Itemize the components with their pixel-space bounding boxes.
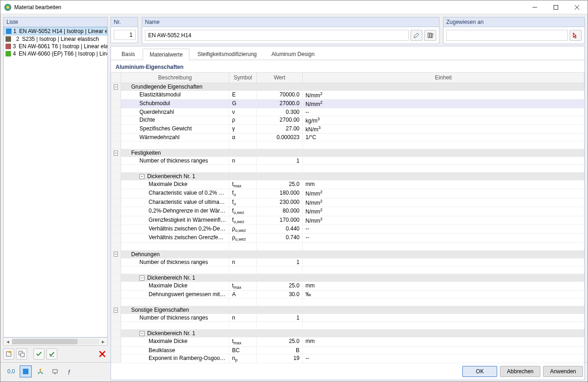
app-icon	[4, 4, 11, 11]
collapse-icon[interactable]: −	[139, 174, 144, 179]
material-list[interactable]: 1EN AW-5052 H14 | Isotrop | Linear ela2S…	[3, 27, 108, 337]
prop-value[interactable]: 30.0	[257, 291, 303, 298]
data-row[interactable]: Exponent in Ramberg-Osgood-Aus...np19--	[111, 354, 584, 363]
data-row[interactable]: Spezifisches Gewichtγ27.00kN/m3	[111, 125, 584, 134]
delete-button[interactable]	[97, 348, 108, 360]
new-item-button[interactable]: ★	[3, 348, 14, 360]
ok-button[interactable]: OK	[462, 366, 497, 377]
prop-value[interactable]: 0.740	[257, 234, 303, 242]
prop-value[interactable]: 27000.0	[257, 100, 303, 108]
data-row[interactable]: Maximale Dicketmax25.0mm	[111, 282, 584, 291]
data-row[interactable]: Maximale Dicketmax25.0mm	[111, 337, 584, 346]
mode-units-button[interactable]: 0,00	[5, 365, 17, 377]
spacer-row	[111, 298, 584, 306]
tab-basis[interactable]: Basis	[115, 48, 142, 60]
prop-value[interactable]: 80.000	[257, 207, 303, 215]
collapse-icon[interactable]: −	[139, 275, 144, 281]
tab-aluminum-design[interactable]: Aluminum Design	[265, 48, 322, 60]
list-header: Liste	[3, 17, 108, 27]
prop-unit: N/mm2	[303, 207, 584, 215]
cancel-button[interactable]: Abbrechen	[500, 366, 540, 377]
prop-value[interactable]: 70000.0	[257, 91, 303, 99]
prop-value[interactable]: 0.440	[257, 225, 303, 233]
prop-value[interactable]: 230.000	[257, 198, 303, 207]
prop-desc: Number of thickness ranges	[121, 258, 229, 266]
data-row[interactable]: Maximale Dicketmax25.0mm	[111, 180, 584, 189]
prop-symbol: E	[229, 91, 257, 99]
data-row[interactable]: Querdehnzahlν0.300--	[111, 108, 584, 116]
tab-materialwerte[interactable]: Materialwerte	[143, 49, 189, 60]
edit-name-button[interactable]	[410, 30, 422, 41]
tab-steifigkeitsmodifizierung[interactable]: Steifigkeitsmodifizierung	[190, 48, 263, 60]
scroll-right-icon[interactable]: ▸	[99, 338, 107, 345]
collapse-icon[interactable]: −	[139, 331, 144, 336]
data-row[interactable]: Verhältnis zwischen 0,2%-Dehngren...ρo,w…	[111, 225, 584, 234]
prop-value[interactable]: 25.0	[257, 180, 303, 189]
prop-value[interactable]: 25.0	[257, 337, 303, 346]
list-item[interactable]: 3EN AW-6061 T6 | Isotrop | Linear elast	[4, 43, 107, 50]
prop-symbol: γ	[229, 125, 257, 133]
prop-value[interactable]: 19	[257, 354, 303, 363]
color-swatch	[6, 36, 11, 42]
prop-value[interactable]: 0.300	[257, 108, 303, 116]
collapse-icon[interactable]: −	[114, 84, 118, 90]
minimize-button[interactable]	[524, 0, 545, 14]
prop-symbol: n	[229, 258, 257, 266]
collapse-icon[interactable]: −	[114, 308, 118, 313]
prop-value[interactable]: 1	[257, 157, 303, 164]
prop-value[interactable]: 0.000023	[257, 134, 303, 141]
prop-value[interactable]: 170.000	[257, 216, 303, 225]
data-row[interactable]: 0,2%-Dehngrenze in der Wärmeeinf...fo,we…	[111, 207, 584, 216]
check-button-1[interactable]	[33, 348, 44, 360]
assign-input[interactable]	[446, 30, 568, 41]
prop-unit: --	[303, 108, 584, 116]
data-row[interactable]: Characteristic value of ultimate stre...…	[111, 198, 584, 207]
list-scrollbar[interactable]: ◂ ▸	[3, 337, 108, 346]
prop-value[interactable]: B	[257, 347, 303, 354]
group-label: Dehnungen	[121, 251, 584, 258]
group-label: −Dickenbereich Nr. 1	[121, 274, 584, 281]
prop-desc: Characteristic value of 0.2% proof st...	[121, 189, 229, 197]
data-row[interactable]: Number of thickness rangesn1	[111, 157, 584, 165]
copy-item-button[interactable]	[16, 348, 27, 360]
mode-function-button[interactable]: ƒ	[64, 365, 76, 377]
list-item[interactable]: 2S235 | Isotrop | Linear elastisch	[4, 35, 107, 43]
name-input[interactable]	[145, 30, 409, 41]
prop-unit: kN/m3	[303, 125, 584, 133]
nr-input[interactable]	[114, 30, 136, 40]
list-item[interactable]: 1EN AW-5052 H14 | Isotrop | Linear ela	[4, 27, 107, 35]
mode-display-button[interactable]	[49, 365, 61, 377]
data-row[interactable]: Verhältnis zwischen Grenzfestigkeit...ρu…	[111, 234, 584, 242]
prop-desc: Schubmodul	[121, 100, 229, 108]
library-button[interactable]	[424, 30, 436, 41]
scroll-left-icon[interactable]: ◂	[4, 338, 12, 345]
properties-grid[interactable]: Beschreibung Symbol Wert Einheit −Grundl…	[111, 72, 584, 363]
close-button[interactable]	[566, 0, 588, 14]
collapse-icon[interactable]: −	[114, 151, 118, 156]
list-item[interactable]: 4EN AW-6060 (EP) T66 | Isotrop | Linear	[4, 50, 107, 57]
prop-value[interactable]: 180.000	[257, 189, 303, 197]
maximize-button[interactable]	[545, 0, 566, 14]
mode-color-button[interactable]	[20, 365, 32, 377]
collapse-icon[interactable]: −	[114, 252, 118, 257]
data-row[interactable]: Dehnungswert gemessen mit einer I...A30.…	[111, 291, 584, 298]
check-button-2[interactable]	[46, 348, 57, 360]
data-row[interactable]: SchubmodulG27000.0N/mm2	[111, 100, 584, 108]
data-row[interactable]: Wärmedehnzahlα0.0000231/°C	[111, 134, 584, 141]
prop-value[interactable]: 1	[257, 314, 303, 321]
data-row[interactable]: BeulklasseBCB	[111, 347, 584, 354]
prop-value[interactable]: 2700.00	[257, 116, 303, 124]
data-row[interactable]: Number of thickness rangesn1	[111, 314, 584, 322]
assign-pick-button[interactable]	[570, 30, 582, 41]
prop-value[interactable]: 1	[257, 258, 303, 266]
svg-text:ƒ: ƒ	[67, 369, 71, 375]
mode-tree-button[interactable]	[34, 365, 46, 377]
data-row[interactable]: Characteristic value of 0.2% proof st...…	[111, 189, 584, 198]
apply-button[interactable]: Anwenden	[543, 366, 583, 377]
data-row[interactable]: Number of thickness rangesn1	[111, 258, 584, 266]
data-row[interactable]: ElastizitätsmodulE70000.0N/mm2	[111, 91, 584, 100]
prop-value[interactable]: 25.0	[257, 282, 303, 290]
data-row[interactable]: Dichteρ2700.00kg/m3	[111, 116, 584, 125]
data-row[interactable]: Grenzfestigkeit in Wärmeeinflusszo...fu,…	[111, 216, 584, 225]
prop-value[interactable]: 27.00	[257, 125, 303, 133]
